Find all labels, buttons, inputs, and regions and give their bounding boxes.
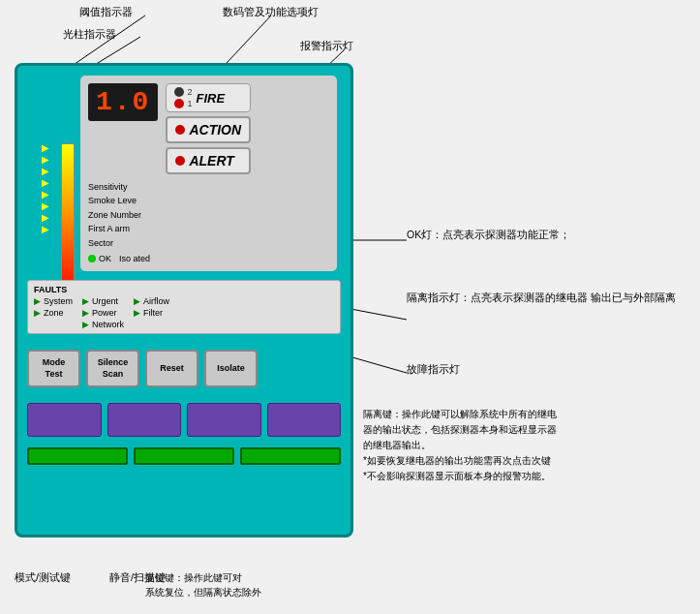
bottom-bars <box>27 447 341 465</box>
faults-section: FAULTS ▶ System ▶ Zone ▶ Urgent ▶ <box>27 280 341 334</box>
first-a-arm-label: First A arm <box>88 222 329 235</box>
threshold-arrow-7: ▶ <box>42 213 53 223</box>
isolate-desc: 隔离键：操作此键可以解除系统中所有的继电 器的输出状态，包括探测器本身和远程显示… <box>363 407 692 484</box>
action-label: ACTION <box>189 122 241 138</box>
green-bar-1 <box>27 447 128 465</box>
threshold-arrow-6: ▶ <box>42 201 53 211</box>
sensitivity-label: Sensitivity <box>88 180 329 194</box>
ok-label: OK <box>99 254 111 263</box>
ok-dot <box>88 255 96 262</box>
fault-filter: ▶ Filter <box>134 308 169 318</box>
purple-bar-3 <box>187 403 261 437</box>
light-bar-annotation: 光柱指示器 <box>63 27 116 42</box>
isolate-light-annotation: 隔离指示灯：点亮表示探测器的继电器 输出已与外部隔离 <box>407 291 692 306</box>
fault-annotation: 故障指示灯 <box>407 363 460 377</box>
fault-urgent: ▶ Urgent <box>82 296 124 306</box>
screen-area: 1.0 2 1 <box>80 76 337 271</box>
info-labels: Sensitivity Smoke Leve Zone Number First… <box>88 180 329 250</box>
faults-right-col: ▶ Airflow ▶ Filter <box>134 285 169 329</box>
faults-title: FAULTS <box>34 285 73 294</box>
fault-system: ▶ System <box>34 296 73 306</box>
digital-tube-annotation: 数码管及功能选项灯 <box>223 5 319 19</box>
fault-airflow: ▶ Airflow <box>134 296 169 306</box>
purple-bars <box>27 403 341 437</box>
threshold-bar: ▶ ▶ ▶ ▶ ▶ ▶ ▶ ▶ <box>42 143 53 298</box>
threshold-arrow-2: ▶ <box>42 155 53 165</box>
threshold-arrow-8: ▶ <box>42 225 53 234</box>
fire-dot-2 <box>174 87 184 97</box>
purple-bar-1 <box>27 403 102 437</box>
alert-dot <box>175 156 185 166</box>
alert-label: ALERT <box>189 153 233 169</box>
threshold-arrow-1: ▶ <box>42 143 53 153</box>
threshold-arrow-5: ▶ <box>42 190 53 200</box>
reset-desc: 复位键：操作此键可对 系统复位，但隔离状态除外 <box>145 570 320 599</box>
mode-test-bottom-label: 模式/测试键 <box>15 570 71 585</box>
smoke-level-label: Smoke Leve <box>88 194 329 207</box>
alarm-annotation: 报警指示灯 <box>300 39 353 53</box>
fault-zone: ▶ Zone <box>34 308 73 318</box>
buttons-row: Mode Test Silence Scan Reset Isolate <box>27 350 341 387</box>
ok-indicator: OK <box>88 254 111 263</box>
faults-left-col: FAULTS ▶ System ▶ Zone <box>34 285 73 329</box>
seven-segment-display: 1.0 <box>88 83 158 121</box>
action-dot <box>175 125 185 135</box>
zone-number-label: Zone Number <box>88 208 329 222</box>
sector-label: Sector <box>88 236 329 250</box>
fire-dot-1 <box>174 99 184 108</box>
isolated-label: Iso ated <box>119 254 150 263</box>
threshold-arrow-3: ▶ <box>42 167 53 176</box>
purple-bar-4 <box>267 403 342 437</box>
green-bar-3 <box>240 447 341 465</box>
fault-network: ▶ Network <box>82 320 124 329</box>
action-indicator: ACTION <box>166 116 251 143</box>
mode-test-button[interactable]: Mode Test <box>27 350 80 387</box>
fire-indicator: 2 1 FIRE <box>166 83 251 112</box>
threshold-arrow-4: ▶ <box>42 178 53 188</box>
light-bar <box>61 143 75 298</box>
display-row: 1.0 2 1 <box>88 83 329 174</box>
green-bar-2 <box>134 447 234 465</box>
alert-indicator: ALERT <box>166 147 251 174</box>
main-container: 阈值指示器 光柱指示器 数码管及功能选项灯 报警指示灯 ▶ ▶ ▶ ▶ ▶ ▶ … <box>0 0 700 614</box>
isolate-button[interactable]: Isolate <box>204 350 258 387</box>
status-row: OK Iso ated <box>88 254 329 263</box>
indicators-column: 2 1 FIRE ACTION <box>166 83 251 174</box>
silence-scan-button[interactable]: Silence Scan <box>86 350 139 387</box>
bottom-labels: 模式/测试键 静音/扫描键 <box>15 570 166 585</box>
fire-label: FIRE <box>196 91 225 106</box>
threshold-annotation: 阈值指示器 <box>79 5 133 19</box>
ok-annotation: OK灯：点亮表示探测器功能正常； <box>407 228 692 243</box>
reset-button[interactable]: Reset <box>145 350 198 387</box>
purple-bar-2 <box>107 403 182 437</box>
device-panel: ▶ ▶ ▶ ▶ ▶ ▶ ▶ ▶ 1.0 <box>15 63 353 537</box>
faults-mid-col: ▶ Urgent ▶ Power ▶ Network <box>82 285 124 329</box>
fault-power: ▶ Power <box>82 308 124 318</box>
